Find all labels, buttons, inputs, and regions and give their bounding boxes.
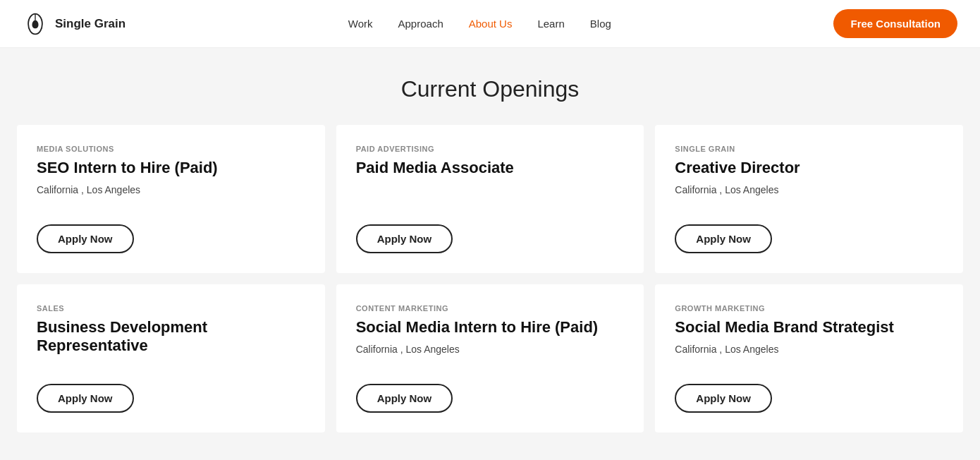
nav-link-learn[interactable]: Learn <box>537 18 564 30</box>
job-title: Business Development Representative <box>37 318 305 356</box>
apply-now-button[interactable]: Apply Now <box>356 224 453 253</box>
apply-now-button[interactable]: Apply Now <box>37 384 134 413</box>
job-title: Social Media Intern to Hire (Paid) <box>356 318 625 337</box>
nav-link-work[interactable]: Work <box>348 18 373 30</box>
job-card: PAID ADVERTISINGPaid Media AssociateAppl… <box>336 125 644 273</box>
job-location: California , Los Angeles <box>675 344 943 355</box>
apply-now-button[interactable]: Apply Now <box>356 384 453 413</box>
nav-link-approach[interactable]: Approach <box>398 18 443 30</box>
brand-logo-icon <box>23 11 48 37</box>
apply-now-button[interactable]: Apply Now <box>675 384 772 413</box>
navigation: Single Grain Work Approach About Us Lear… <box>0 0 980 48</box>
job-title: Creative Director <box>675 159 943 177</box>
job-card: MEDIA SOLUTIONSSEO Intern to Hire (Paid)… <box>17 125 325 273</box>
job-title: SEO Intern to Hire (Paid) <box>37 159 305 177</box>
jobs-grid: MEDIA SOLUTIONSSEO Intern to Hire (Paid)… <box>17 125 963 432</box>
job-title: Paid Media Associate <box>356 159 625 177</box>
brand-name: Single Grain <box>55 17 125 31</box>
job-card: SINGLE GRAINCreative DirectorCalifornia … <box>655 125 963 273</box>
nav-link-about[interactable]: About Us <box>469 18 513 30</box>
job-category: SINGLE GRAIN <box>675 145 943 153</box>
job-category: PAID ADVERTISING <box>356 145 625 153</box>
nav-links: Work Approach About Us Learn Blog <box>348 18 611 30</box>
nav-link-blog[interactable]: Blog <box>590 18 611 30</box>
apply-now-button[interactable]: Apply Now <box>675 224 772 253</box>
job-location: California , Los Angeles <box>675 184 943 195</box>
job-title: Social Media Brand Strategist <box>675 318 943 337</box>
job-card: CONTENT MARKETINGSocial Media Intern to … <box>336 284 644 432</box>
job-card: GROWTH MARKETINGSocial Media Brand Strat… <box>655 284 963 432</box>
apply-now-button[interactable]: Apply Now <box>37 224 134 253</box>
job-location: California , Los Angeles <box>356 344 625 355</box>
job-location: California , Los Angeles <box>37 184 305 195</box>
job-card: SALESBusiness Development Representative… <box>17 284 325 432</box>
job-category: MEDIA SOLUTIONS <box>37 145 305 153</box>
job-category: SALES <box>37 304 305 313</box>
job-category: CONTENT MARKETING <box>356 304 625 313</box>
job-category: GROWTH MARKETING <box>675 304 943 313</box>
main-content: Current Openings MEDIA SOLUTIONSSEO Inte… <box>0 48 980 460</box>
page-title: Current Openings <box>17 76 963 102</box>
free-consultation-button[interactable]: Free Consultation <box>833 9 957 38</box>
brand-logo-link[interactable]: Single Grain <box>23 11 125 37</box>
